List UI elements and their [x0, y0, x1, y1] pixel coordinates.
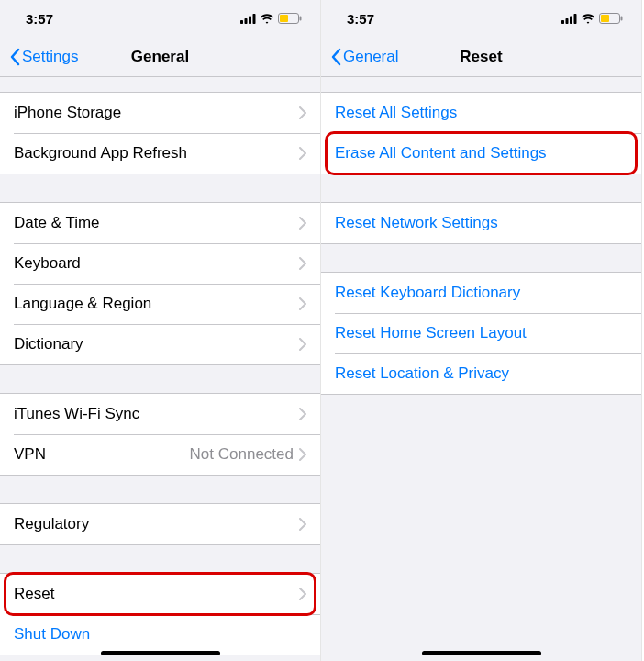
settings-group: iPhone StorageBackground App Refresh: [0, 92, 320, 174]
chevron-right-icon: [299, 448, 306, 461]
cellular-icon: [561, 14, 577, 24]
chevron-right-icon: [299, 338, 306, 351]
row-label: Date & Time: [14, 214, 299, 232]
svg-rect-0: [240, 20, 243, 24]
row-label: Reset: [14, 585, 299, 603]
svg-rect-6: [300, 17, 302, 21]
row-background-app-refresh[interactable]: Background App Refresh: [0, 133, 320, 174]
home-indicator[interactable]: [101, 651, 220, 655]
status-time: 3:57: [347, 11, 374, 27]
wifi-icon: [260, 14, 274, 24]
row-label: VPN: [14, 445, 190, 464]
row-label: Keyboard: [14, 254, 299, 273]
status-bar: 3:57: [321, 0, 641, 37]
chevron-right-icon: [299, 217, 306, 230]
wifi-icon: [581, 14, 595, 24]
cellular-icon: [240, 14, 256, 24]
row-value: Not Connected: [190, 445, 294, 464]
settings-group: ResetShut Down: [0, 573, 320, 655]
row-label: Dictionary: [14, 335, 299, 353]
row-reset[interactable]: Reset: [0, 574, 320, 614]
row-reset-network-settings[interactable]: Reset Network Settings: [321, 203, 641, 243]
row-date-time[interactable]: Date & Time: [0, 203, 320, 243]
settings-group: Reset Network Settings: [321, 202, 641, 244]
chevron-right-icon: [299, 408, 306, 420]
phone-reset-screen: 3:57 General Reset Reset All SettingsEra…: [321, 0, 642, 661]
row-label: Language & Region: [14, 295, 299, 313]
settings-group: Regulatory: [0, 503, 320, 545]
status-indicators: [561, 13, 623, 24]
chevron-right-icon: [299, 518, 306, 531]
row-vpn[interactable]: VPNNot Connected: [0, 434, 320, 475]
reset-list: Reset All SettingsErase All Content and …: [321, 92, 641, 395]
phone-general-screen: 3:57 Settings General iPhone StorageBack…: [0, 0, 321, 661]
svg-rect-9: [570, 16, 572, 24]
row-iphone-storage[interactable]: iPhone Storage: [0, 93, 320, 133]
back-label: Settings: [22, 48, 78, 66]
status-indicators: [240, 13, 302, 24]
settings-list: iPhone StorageBackground App RefreshDate…: [0, 92, 320, 655]
home-indicator[interactable]: [422, 651, 541, 655]
chevron-right-icon: [299, 147, 306, 160]
row-label: Reset Home Screen Layout: [335, 324, 627, 342]
back-button[interactable]: Settings: [0, 48, 78, 66]
row-regulatory[interactable]: Regulatory: [0, 504, 320, 544]
back-label: General: [343, 48, 398, 66]
row-reset-home-screen-layout[interactable]: Reset Home Screen Layout: [321, 313, 641, 353]
row-itunes-wi-fi-sync[interactable]: iTunes Wi-Fi Sync: [0, 394, 320, 434]
svg-rect-12: [601, 15, 609, 22]
svg-rect-5: [280, 15, 288, 22]
row-label: Reset Keyboard Dictionary: [335, 284, 627, 302]
battery-icon: [278, 13, 302, 24]
svg-rect-7: [561, 20, 564, 24]
row-erase-all-content-and-settings[interactable]: Erase All Content and Settings: [321, 133, 641, 174]
row-label: Shut Down: [14, 625, 306, 644]
svg-rect-1: [245, 18, 248, 24]
nav-bar: General Reset: [321, 37, 641, 77]
svg-rect-2: [249, 16, 251, 24]
row-label: Reset All Settings: [335, 104, 627, 122]
row-label: iTunes Wi-Fi Sync: [14, 405, 299, 423]
settings-group: iTunes Wi-Fi SyncVPNNot Connected: [0, 393, 320, 476]
row-language-region[interactable]: Language & Region: [0, 284, 320, 324]
status-bar: 3:57: [0, 0, 320, 37]
row-reset-location-privacy[interactable]: Reset Location & Privacy: [321, 353, 641, 394]
svg-rect-3: [253, 14, 256, 24]
row-shut-down[interactable]: Shut Down: [0, 614, 320, 655]
row-dictionary[interactable]: Dictionary: [0, 324, 320, 364]
chevron-left-icon: [330, 48, 341, 66]
chevron-right-icon: [299, 588, 306, 600]
row-keyboard[interactable]: Keyboard: [0, 243, 320, 284]
row-label: Reset Network Settings: [335, 214, 627, 232]
row-label: iPhone Storage: [14, 104, 299, 122]
row-reset-all-settings[interactable]: Reset All Settings: [321, 93, 641, 133]
settings-group: Reset Keyboard DictionaryReset Home Scre…: [321, 272, 641, 395]
settings-group: Date & TimeKeyboardLanguage & RegionDict…: [0, 202, 320, 365]
chevron-right-icon: [299, 106, 306, 119]
chevron-right-icon: [299, 297, 306, 310]
svg-rect-13: [621, 17, 623, 21]
settings-group: Reset All SettingsErase All Content and …: [321, 92, 641, 174]
row-label: Background App Refresh: [14, 144, 299, 162]
row-reset-keyboard-dictionary[interactable]: Reset Keyboard Dictionary: [321, 273, 641, 313]
chevron-left-icon: [9, 48, 20, 66]
battery-icon: [599, 13, 623, 24]
nav-bar: Settings General: [0, 37, 320, 77]
svg-rect-8: [566, 18, 569, 24]
row-label: Erase All Content and Settings: [335, 144, 627, 162]
row-label: Reset Location & Privacy: [335, 364, 627, 383]
row-label: Regulatory: [14, 515, 299, 533]
status-time: 3:57: [26, 11, 53, 27]
back-button[interactable]: General: [321, 48, 398, 66]
chevron-right-icon: [299, 257, 306, 270]
svg-rect-10: [574, 14, 577, 24]
